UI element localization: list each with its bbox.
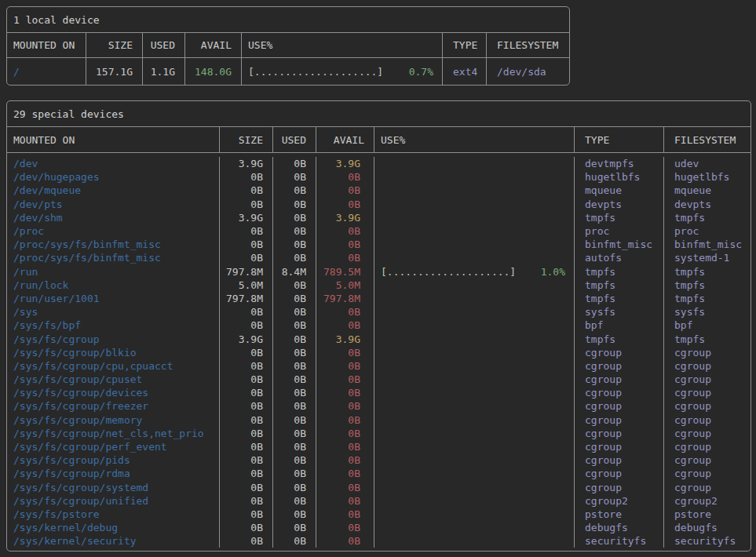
cell-avail: 0B — [316, 346, 374, 359]
cell-filesystem: bpf — [664, 319, 751, 332]
cell-size: 0B — [220, 251, 273, 264]
cell-size: 0B — [220, 440, 273, 453]
cell-mounted-on: /sys/fs/cgroup/pids — [7, 453, 220, 467]
cell-avail: 0B — [316, 521, 374, 534]
cell-filesystem: cgroup — [664, 359, 751, 373]
cell-size: 0B — [220, 319, 273, 332]
cell-used: 0B — [273, 346, 316, 359]
table-header-row: MOUNTED ONSIZEUSEDAVAILUSE%TYPEFILESYSTE… — [7, 127, 751, 153]
cell-filesystem: cgroup — [664, 453, 751, 467]
cell-type: cgroup — [575, 399, 664, 413]
cell-filesystem: cgroup — [664, 386, 751, 399]
column-header: TYPE — [443, 33, 487, 57]
cell-avail: 0B — [316, 359, 374, 373]
cell-usage — [374, 373, 575, 386]
cell-mounted-on: /sys/fs/cgroup/blkio — [7, 346, 220, 359]
cell-avail: 797.8M — [316, 292, 374, 305]
cell-used: 0B — [273, 427, 316, 440]
cell-usage — [374, 198, 575, 211]
cell-usage — [374, 467, 575, 480]
cell-avail: 0B — [316, 399, 374, 413]
cell-type: bpf — [575, 319, 664, 332]
cell-type: devtmpfs — [575, 157, 664, 170]
cell-used: 0B — [273, 157, 316, 170]
cell-type: cgroup — [575, 481, 664, 494]
cell-usage — [374, 413, 575, 427]
cell-used: 0B — [273, 238, 316, 251]
cell-filesystem: cgroup — [664, 346, 751, 359]
cell-used: 0B — [273, 440, 316, 453]
cell-mounted-on: /proc/sys/fs/binfmt_misc — [7, 251, 220, 264]
column-header: USED — [273, 127, 316, 152]
cell-usage — [374, 170, 575, 184]
column-header: FILESYSTEM — [664, 127, 751, 152]
cell-mounted-on: /sys/fs/bpf — [7, 319, 220, 332]
cell-usage — [374, 359, 575, 373]
column-header: AVAIL — [185, 33, 242, 57]
cell-usage — [374, 508, 575, 521]
cell-filesystem: tmpfs — [664, 265, 751, 278]
cell-filesystem: hugetlbfs — [664, 170, 751, 184]
cell-usage — [374, 494, 575, 508]
cell-mounted-on: /sys/kernel/debug — [7, 521, 220, 534]
cell-used: 0B — [273, 399, 316, 413]
cell-used: 8.4M — [273, 265, 316, 278]
cell-size: 797.8M — [220, 292, 273, 305]
cell-filesystem: cgroup — [664, 481, 751, 494]
cell-avail: 0B — [316, 224, 374, 238]
usage-bar: [....................] — [381, 266, 516, 278]
cell-usage — [374, 521, 575, 534]
cell-used: 0B — [273, 278, 316, 292]
cell-filesystem: cgroup2 — [664, 494, 751, 508]
cell-filesystem: cgroup — [664, 467, 751, 480]
column-header: FILESYSTEM — [487, 33, 569, 57]
cell-usage — [374, 211, 575, 224]
column-header: AVAIL — [316, 127, 374, 152]
cell-avail: 0B — [316, 453, 374, 467]
cell-avail: 0B — [316, 467, 374, 480]
cell-avail: 0B — [316, 534, 374, 548]
cell-size: 0B — [220, 453, 273, 467]
cell-filesystem: cgroup — [664, 413, 751, 427]
column-header: MOUNTED ON — [7, 127, 220, 152]
column-header: TYPE — [575, 127, 664, 152]
cell-mounted-on: /sys/fs/cgroup/freezer — [7, 399, 220, 413]
cell-filesystem: systemd-1 — [664, 251, 751, 264]
cell-used: 0B — [273, 319, 316, 332]
cell-avail: 3.9G — [316, 332, 374, 345]
usage-percent: 0.7% — [409, 66, 433, 78]
cell-used: 0B — [273, 413, 316, 427]
cell-type: mqueue — [575, 184, 664, 197]
cell-type: hugetlbfs — [575, 170, 664, 184]
cell-type: sysfs — [575, 305, 664, 319]
cell-type: cgroup2 — [575, 494, 664, 508]
table-body: /157.1G1.1G148.0G[....................]0… — [7, 58, 569, 85]
cell-size: 3.9G — [220, 332, 273, 345]
cell-used: 0B — [273, 292, 316, 305]
cell-filesystem: cgroup — [664, 373, 751, 386]
cell-avail: 0B — [316, 184, 374, 197]
cell-usage — [374, 346, 575, 359]
cell-mounted-on: /dev/pts — [7, 198, 220, 211]
cell-filesystem: /dev/sda — [487, 58, 569, 85]
cell-filesystem: cgroup — [664, 427, 751, 440]
cell-size: 0B — [220, 305, 273, 319]
cell-avail: 0B — [316, 413, 374, 427]
cell-mounted-on: /sys/fs/cgroup/cpu,cpuacct — [7, 359, 220, 373]
cell-used: 0B — [273, 170, 316, 184]
cell-type: ext4 — [443, 58, 487, 85]
cell-filesystem: binfmt_misc — [664, 238, 751, 251]
cell-filesystem: proc — [664, 224, 751, 238]
cell-filesystem: mqueue — [664, 184, 751, 197]
column-header: USE% — [374, 127, 575, 152]
cell-filesystem: tmpfs — [664, 292, 751, 305]
cell-mounted-on: /dev/mqueue — [7, 184, 220, 197]
cell-used: 0B — [273, 251, 316, 264]
cell-used: 0B — [273, 521, 316, 534]
cell-used: 0B — [273, 386, 316, 399]
column-header: MOUNTED ON — [7, 33, 86, 57]
cell-size: 3.9G — [220, 211, 273, 224]
cell-avail: 0B — [316, 251, 374, 264]
cell-mounted-on: /sys/kernel/security — [7, 534, 220, 548]
cell-type: cgroup — [575, 427, 664, 440]
